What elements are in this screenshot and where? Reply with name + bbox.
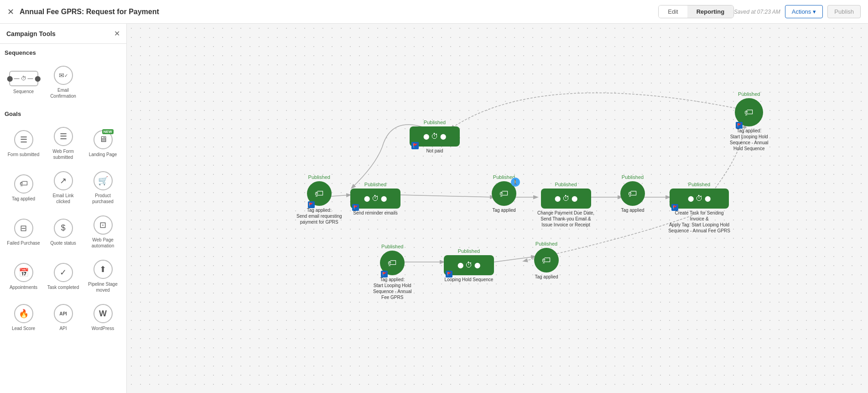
- node-seq-change-payment[interactable]: Published ⬤ ⏱ ⬤ Change Payment Due Date,…: [537, 182, 594, 228]
- node-not-paid[interactable]: Published ⬤ ⏱ ⬤ 🚩 Not paid: [410, 120, 460, 154]
- tag-applied-icon: 🏷: [14, 174, 33, 194]
- canvas-inner: Published ⬤ ⏱ ⬤ 🚩 Not paid Published 🏷 🚩…: [127, 24, 868, 393]
- node-status: Published: [458, 248, 480, 254]
- node-box[interactable]: 🏷 🚩: [380, 251, 405, 275]
- tool-quote-label: Quote status: [50, 240, 76, 246]
- tool-tag-applied[interactable]: 🏷 Tag applied: [5, 166, 42, 209]
- tool-web-page-label: Web Page automation: [86, 237, 120, 249]
- node-label: Send reminder emails: [353, 210, 397, 216]
- tool-appointments[interactable]: 📅 Appointments: [5, 255, 42, 297]
- node-label: Change Payment Due Date,Send Thank-you E…: [537, 210, 594, 228]
- node-status: Published: [381, 244, 403, 249]
- tool-email-label: Email Confirmation: [47, 87, 80, 99]
- tool-quote-status[interactable]: $ Quote status: [44, 210, 82, 253]
- email-confirmation-icon: ✉✓: [54, 66, 73, 85]
- node-tag-loop-annual[interactable]: Published 🏷 🚩 Tag applied:Start Looping …: [373, 244, 412, 300]
- failed-purchase-icon: ⊟: [14, 219, 33, 238]
- tool-task-completed[interactable]: ✓ Task completed: [44, 255, 82, 297]
- email-link-icon: ↗: [54, 171, 73, 190]
- topbar: ✕ Annual Fee GPRS: Request for Payment E…: [0, 0, 868, 24]
- svg-line-6: [494, 257, 535, 262]
- node-status: Published: [622, 174, 644, 180]
- tool-wordpress[interactable]: W WordPress: [84, 299, 122, 335]
- tab-edit[interactable]: Edit: [659, 5, 687, 18]
- pipeline-icon: ⬆: [94, 260, 113, 279]
- tag-icon: 🏷: [628, 189, 637, 199]
- person-icon: 🚶: [511, 178, 520, 187]
- tool-task-label: Task completed: [47, 284, 79, 290]
- flag-icon: 🚩: [671, 204, 678, 211]
- tool-pipeline-stage[interactable]: ⬆ Pipeline Stage moved: [84, 255, 122, 297]
- close-icon[interactable]: ✕: [7, 7, 14, 17]
- task-icon: ✓: [54, 263, 73, 282]
- tool-landing-label: Landing Page: [89, 152, 117, 157]
- node-tag-mid[interactable]: Published 🏷 🚶 Tag applied: [492, 174, 516, 213]
- tag-icon: 🏷: [542, 255, 551, 266]
- sequence-icon: ⬤—⏱—⬤: [9, 71, 38, 86]
- sidebar-close-icon[interactable]: ✕: [114, 29, 120, 38]
- tool-form-submitted[interactable]: ☰ Form submitted: [5, 122, 42, 164]
- node-status: Published: [738, 91, 760, 97]
- tool-failed-purchase[interactable]: ⊟ Failed Purchase: [5, 210, 42, 253]
- tool-landing-page[interactable]: 🖥 NEW Landing Page: [84, 122, 122, 164]
- node-label: Tag applied:Send email requestingpayment…: [296, 207, 342, 225]
- sidebar-title: Campaign Tools: [6, 30, 56, 37]
- node-box[interactable]: 🏷 🚶: [492, 181, 516, 206]
- lead-score-icon: 🔥: [14, 304, 33, 323]
- node-box[interactable]: ⬤ ⏱ ⬤ 🚩: [670, 189, 729, 209]
- saved-status: Saved at 07:23 AM: [734, 9, 780, 15]
- publish-button[interactable]: Publish: [827, 5, 861, 18]
- node-seq-looping-hold[interactable]: Published ⬤ ⏱ ⬤ 🚩 Looping Hold Sequence: [444, 248, 494, 283]
- tool-form-submitted-label: Form submitted: [8, 152, 39, 157]
- node-tag-send-email[interactable]: Published 🏷 🚩 Tag applied:Send email req…: [296, 174, 342, 225]
- node-label: Tag applied:Start Looping HoldSequence -…: [373, 277, 412, 300]
- sidebar-content: Sequences ⬤—⏱—⬤ Sequence ✉✓ Email Confir…: [0, 44, 126, 393]
- node-status: Published: [555, 182, 577, 187]
- tool-email-link[interactable]: ↗ Email Link clicked: [44, 166, 82, 209]
- tab-reporting[interactable]: Reporting: [687, 5, 733, 18]
- flag-icon: 🚩: [352, 204, 359, 211]
- flag-icon: 🚩: [308, 201, 315, 208]
- node-tag-right[interactable]: Published 🏷 Tag applied: [620, 174, 645, 213]
- api-icon: API: [54, 304, 73, 323]
- node-label: Not paid: [426, 148, 443, 154]
- sequences-section-label: Sequences: [5, 49, 122, 56]
- node-box[interactable]: ⬤ ⏱ ⬤ 🚩: [444, 255, 494, 275]
- tool-product-purchased[interactable]: 🛒 Product purchased: [84, 166, 122, 209]
- node-box[interactable]: 🏷: [620, 181, 645, 206]
- tool-appointments-label: Appointments: [10, 284, 37, 290]
- node-label: Looping Hold Sequence: [445, 277, 494, 283]
- node-label: Tag applied: [492, 207, 515, 213]
- web-form-icon: ☰: [54, 127, 73, 146]
- tool-email-confirmation[interactable]: ✉✓ Email Confirmation: [44, 61, 82, 103]
- tool-pipeline-label: Pipeline Stage moved: [86, 281, 120, 293]
- tool-web-form-submitted[interactable]: ☰ Web Form submitted: [44, 122, 82, 164]
- tool-api[interactable]: API API: [44, 299, 82, 335]
- node-status: Published: [364, 182, 386, 187]
- tool-sequence[interactable]: ⬤—⏱—⬤ Sequence: [5, 61, 42, 103]
- node-tag-bottom[interactable]: Published 🏷 Tag applied: [534, 241, 559, 280]
- node-box[interactable]: ⬤ ⏱ ⬤ 🚩: [410, 126, 460, 147]
- node-box[interactable]: 🏷: [534, 248, 559, 272]
- tool-tag-label: Tag applied: [12, 196, 35, 202]
- product-icon: 🛒: [94, 171, 113, 190]
- node-box[interactable]: ⬤ ⏱ ⬤: [541, 189, 591, 209]
- node-status: Published: [424, 120, 446, 125]
- node-box[interactable]: ⬤ ⏱ ⬤ 🚩: [350, 189, 400, 209]
- tool-web-page-automation[interactable]: ⊡ Web Page automation: [84, 210, 122, 253]
- tool-web-form-label: Web Form submitted: [47, 148, 80, 160]
- node-seq-create-task[interactable]: Published ⬤ ⏱ ⬤ 🚩 Create Task for Sendin…: [667, 182, 731, 234]
- tool-lead-score[interactable]: 🔥 Lead Score: [5, 299, 42, 335]
- tool-failed-label: Failed Purchase: [7, 240, 40, 246]
- node-seq-reminder[interactable]: Published ⬤ ⏱ ⬤ 🚩 Send reminder emails: [350, 182, 400, 216]
- node-box[interactable]: 🏷 🚩: [307, 181, 332, 206]
- goals-section-label: Goals: [5, 110, 122, 117]
- actions-button[interactable]: Actions ▾: [785, 5, 823, 18]
- node-status: Published: [688, 182, 710, 187]
- node-tag-start-looping[interactable]: Published 🏷 🚩 Tag applied:Start Looping …: [730, 91, 769, 152]
- sidebar: Campaign Tools ✕ Sequences ⬤—⏱—⬤ Sequenc…: [0, 24, 127, 393]
- node-box[interactable]: 🏷 🚩: [735, 98, 763, 126]
- quote-icon: $: [54, 219, 73, 238]
- tool-product-label: Product purchased: [86, 193, 120, 204]
- canvas[interactable]: Published ⬤ ⏱ ⬤ 🚩 Not paid Published 🏷 🚩…: [127, 24, 868, 393]
